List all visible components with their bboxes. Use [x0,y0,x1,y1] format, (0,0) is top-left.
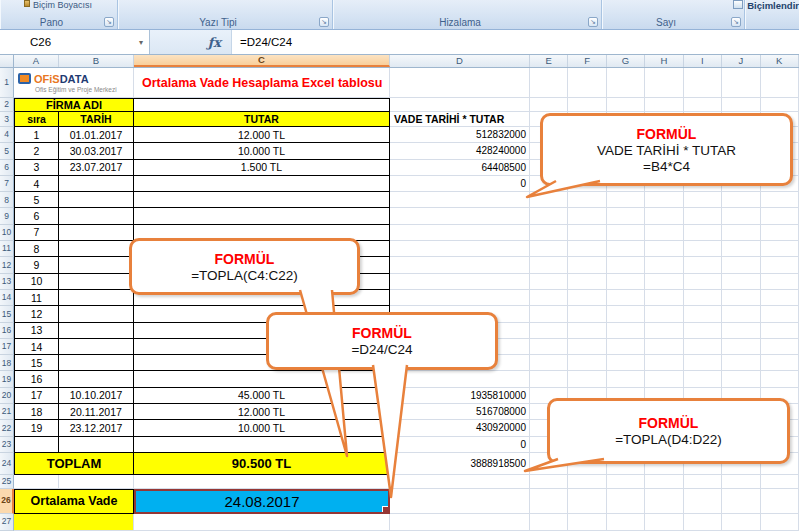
cell-toplam-label[interactable]: TOPLAM [14,453,134,475]
grid-cell[interactable] [722,371,760,387]
grid-cell[interactable] [134,475,390,489]
grid-cell[interactable] [390,489,530,514]
cell-sira[interactable]: 17 [14,388,59,404]
cell-vade[interactable]: 1935810000 [390,388,530,404]
grid-cell[interactable] [722,355,760,371]
grid-cell[interactable] [722,208,760,224]
cell-sira[interactable]: 5 [14,192,59,208]
grid-cell[interactable] [645,290,683,306]
grid-cell[interactable] [645,475,683,489]
grid-cell[interactable] [761,489,799,514]
row-header[interactable]: 25 [0,475,14,489]
grid-cell[interactable] [761,475,799,489]
row-header[interactable]: 22 [0,420,14,436]
grid-cell[interactable] [14,475,59,489]
cell-vade[interactable] [390,225,530,241]
name-box[interactable]: C26 ▾ [0,30,150,54]
cell-tarih[interactable]: 23.12.2017 [59,420,134,436]
row-header[interactable]: 23 [0,437,14,453]
column-header-B[interactable]: B [59,55,134,67]
grid-cell[interactable] [390,98,530,112]
grid-cell[interactable] [722,257,760,273]
cell-tarih[interactable] [59,176,134,192]
grid-cell[interactable] [684,323,722,339]
cell-tutar[interactable]: 45.000 TL [134,388,390,404]
cell-tarih[interactable] [59,257,134,273]
grid-cell[interactable] [722,241,760,257]
cell-vade[interactable] [390,371,530,387]
table-cell-empty[interactable] [59,437,134,453]
grid-cell[interactable] [761,514,799,531]
grid-cell[interactable] [530,98,568,112]
row-header[interactable]: 4 [0,127,14,143]
grid-cell[interactable] [607,355,645,371]
grid-cell[interactable] [530,208,568,224]
cell-tarih[interactable] [59,208,134,224]
grid-cell[interactable] [722,339,760,355]
cell-tutar[interactable] [134,192,390,208]
cell-ortalama-value-selected[interactable]: 24.08.2017 [134,489,390,514]
grid-cell[interactable] [761,257,799,273]
row-header[interactable]: 19 [0,371,14,387]
cell-tutar[interactable]: 10.000 TL [134,420,390,436]
grid-cell[interactable] [390,68,530,98]
grid-cell[interactable] [530,225,568,241]
cell-vade[interactable] [390,208,530,224]
row-header[interactable]: 2 [0,98,14,112]
cell-vade[interactable]: 428240000 [390,143,530,159]
dialog-launcher-icon[interactable]: ↘ [588,17,598,27]
grid-cell[interactable] [722,68,760,98]
cell-tarih[interactable] [59,241,134,257]
row-header[interactable]: 13 [0,274,14,290]
cell-tutar[interactable] [134,371,390,387]
cell-tarih[interactable] [59,323,134,339]
cell-sira[interactable]: 7 [14,225,59,241]
grid-cell[interactable] [645,192,683,208]
grid-cell[interactable] [568,475,606,489]
cell-sira[interactable]: 15 [14,355,59,371]
grid-cell[interactable] [761,355,799,371]
dialog-launcher-icon[interactable]: ↘ [731,17,741,27]
formula-input[interactable]: =D24/C24 [232,30,799,54]
row-header[interactable]: 24 [0,453,14,475]
cell-sira[interactable]: 11 [14,290,59,306]
cell-tarih[interactable] [59,192,134,208]
select-all-corner[interactable] [0,55,14,67]
format-painter-button[interactable]: Biçim Boyacısı [24,0,92,10]
row-header[interactable]: 18 [0,355,14,371]
grid-cell[interactable] [722,489,760,514]
grid-cell[interactable] [530,339,568,355]
grid-cell[interactable] [607,514,645,531]
grid-cell[interactable] [607,68,645,98]
grid-cell[interactable] [568,339,606,355]
grid-cell[interactable] [645,225,683,241]
grid-cell[interactable] [607,98,645,112]
grid-cell[interactable] [722,225,760,241]
grid-cell[interactable] [607,225,645,241]
cell-tarih[interactable]: 23.07.2017 [59,160,134,176]
cell-sira[interactable]: 14 [14,339,59,355]
cell-sira[interactable]: 2 [14,143,59,159]
grid-cell[interactable] [390,514,530,531]
cell-toplam-tutar[interactable]: 90.500 TL [134,453,390,475]
grid-cell[interactable] [607,306,645,322]
grid-cell[interactable] [684,225,722,241]
cell-tutar[interactable] [134,208,390,224]
grid-cell[interactable] [684,208,722,224]
callout-d24-c24[interactable]: FORMÜL =D24/C24 [266,312,498,370]
cell-sira[interactable]: 6 [14,208,59,224]
cell-tarih[interactable] [59,274,134,290]
grid-cell[interactable] [568,323,606,339]
row-header[interactable]: 10 [0,225,14,241]
grid-cell[interactable] [684,475,722,489]
grid-cell[interactable] [607,339,645,355]
grid-cell[interactable] [530,257,568,273]
grid-cell[interactable] [722,274,760,290]
grid-cell[interactable] [607,290,645,306]
callout-vade-tutar[interactable]: FORMÜL VADE TARİHİ * TUTAR =B4*C4 [540,113,793,186]
column-header-H[interactable]: H [645,55,683,67]
grid-cell[interactable] [684,306,722,322]
grid-cell[interactable] [568,257,606,273]
grid-cell[interactable] [607,371,645,387]
cell-toplam-vade[interactable]: 3888918500 [390,453,530,475]
